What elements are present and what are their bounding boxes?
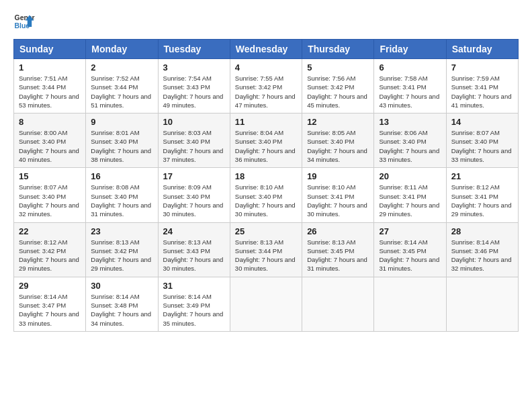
col-header-friday: Friday <box>374 40 446 59</box>
day-cell: 21 Sunrise: 8:12 AM Sunset: 3:41 PM Dayl… <box>446 168 518 222</box>
day-cell: 5 Sunrise: 7:56 AM Sunset: 3:42 PM Dayli… <box>302 59 374 113</box>
calendar-table: SundayMondayTuesdayWednesdayThursdayFrid… <box>13 39 519 332</box>
day-cell: 3 Sunrise: 7:54 AM Sunset: 3:43 PM Dayli… <box>158 59 230 113</box>
day-number: 5 <box>307 62 369 73</box>
day-cell <box>446 277 518 331</box>
day-cell <box>302 277 374 331</box>
day-info: Sunrise: 8:12 AM Sunset: 3:41 PM Dayligh… <box>451 183 513 218</box>
day-cell: 15 Sunrise: 8:07 AM Sunset: 3:40 PM Dayl… <box>14 168 86 222</box>
week-row-2: 8 Sunrise: 8:00 AM Sunset: 3:40 PM Dayli… <box>14 113 519 168</box>
day-number: 1 <box>19 62 81 73</box>
day-number: 21 <box>451 171 513 181</box>
day-info: Sunrise: 8:09 AM Sunset: 3:40 PM Dayligh… <box>163 183 225 218</box>
day-info: Sunrise: 7:59 AM Sunset: 3:41 PM Dayligh… <box>451 74 513 109</box>
day-cell: 27 Sunrise: 8:14 AM Sunset: 3:45 PM Dayl… <box>374 222 446 277</box>
day-number: 16 <box>91 171 152 181</box>
day-cell: 8 Sunrise: 8:00 AM Sunset: 3:40 PM Dayli… <box>14 113 86 168</box>
day-info: Sunrise: 8:14 AM Sunset: 3:46 PM Dayligh… <box>451 238 513 273</box>
day-number: 30 <box>91 281 152 291</box>
day-info: Sunrise: 7:52 AM Sunset: 3:44 PM Dayligh… <box>91 74 152 109</box>
day-cell: 24 Sunrise: 8:13 AM Sunset: 3:43 PM Dayl… <box>158 222 230 277</box>
day-cell: 16 Sunrise: 8:08 AM Sunset: 3:40 PM Dayl… <box>86 168 158 222</box>
day-cell: 28 Sunrise: 8:14 AM Sunset: 3:46 PM Dayl… <box>446 222 518 277</box>
col-header-thursday: Thursday <box>302 40 374 59</box>
day-number: 28 <box>451 226 513 236</box>
day-cell: 22 Sunrise: 8:12 AM Sunset: 3:42 PM Dayl… <box>14 222 86 277</box>
col-header-sunday: Sunday <box>14 40 86 59</box>
day-info: Sunrise: 7:56 AM Sunset: 3:42 PM Dayligh… <box>307 74 369 109</box>
day-info: Sunrise: 8:07 AM Sunset: 3:40 PM Dayligh… <box>19 183 81 218</box>
day-info: Sunrise: 7:55 AM Sunset: 3:42 PM Dayligh… <box>235 74 297 109</box>
day-info: Sunrise: 8:08 AM Sunset: 3:40 PM Dayligh… <box>91 183 152 218</box>
day-cell: 19 Sunrise: 8:10 AM Sunset: 3:41 PM Dayl… <box>302 168 374 222</box>
col-header-tuesday: Tuesday <box>158 40 230 59</box>
day-cell: 10 Sunrise: 8:03 AM Sunset: 3:40 PM Dayl… <box>158 113 230 168</box>
day-cell: 30 Sunrise: 8:14 AM Sunset: 3:48 PM Dayl… <box>86 277 158 331</box>
day-number: 11 <box>235 117 297 127</box>
day-info: Sunrise: 8:03 AM Sunset: 3:40 PM Dayligh… <box>163 128 225 164</box>
day-info: Sunrise: 8:07 AM Sunset: 3:40 PM Dayligh… <box>451 128 513 164</box>
page-header: General Blue <box>13 11 519 32</box>
day-info: Sunrise: 8:14 AM Sunset: 3:47 PM Dayligh… <box>19 292 81 328</box>
day-cell: 31 Sunrise: 8:14 AM Sunset: 3:49 PM Dayl… <box>158 277 230 331</box>
day-cell <box>230 277 302 331</box>
day-cell: 6 Sunrise: 7:58 AM Sunset: 3:41 PM Dayli… <box>374 59 446 113</box>
day-number: 18 <box>235 171 297 181</box>
day-cell: 1 Sunrise: 7:51 AM Sunset: 3:44 PM Dayli… <box>14 59 86 113</box>
day-info: Sunrise: 8:14 AM Sunset: 3:45 PM Dayligh… <box>379 238 441 273</box>
week-row-1: 1 Sunrise: 7:51 AM Sunset: 3:44 PM Dayli… <box>14 59 519 113</box>
day-cell: 11 Sunrise: 8:04 AM Sunset: 3:40 PM Dayl… <box>230 113 302 168</box>
day-number: 6 <box>379 62 441 73</box>
day-number: 27 <box>379 226 441 236</box>
day-cell: 20 Sunrise: 8:11 AM Sunset: 3:41 PM Dayl… <box>374 168 446 222</box>
day-info: Sunrise: 8:13 AM Sunset: 3:43 PM Dayligh… <box>163 238 225 273</box>
day-info: Sunrise: 8:11 AM Sunset: 3:41 PM Dayligh… <box>379 183 441 218</box>
day-cell: 25 Sunrise: 8:13 AM Sunset: 3:44 PM Dayl… <box>230 222 302 277</box>
day-info: Sunrise: 8:05 AM Sunset: 3:40 PM Dayligh… <box>307 128 369 164</box>
day-info: Sunrise: 8:00 AM Sunset: 3:40 PM Dayligh… <box>19 128 81 164</box>
day-info: Sunrise: 8:14 AM Sunset: 3:49 PM Dayligh… <box>163 292 225 328</box>
week-row-5: 29 Sunrise: 8:14 AM Sunset: 3:47 PM Dayl… <box>14 277 519 331</box>
day-cell <box>374 277 446 331</box>
day-info: Sunrise: 8:12 AM Sunset: 3:42 PM Dayligh… <box>19 238 81 273</box>
day-cell: 29 Sunrise: 8:14 AM Sunset: 3:47 PM Dayl… <box>14 277 86 331</box>
day-info: Sunrise: 8:13 AM Sunset: 3:45 PM Dayligh… <box>307 238 369 273</box>
day-info: Sunrise: 8:13 AM Sunset: 3:42 PM Dayligh… <box>91 238 152 273</box>
day-number: 17 <box>163 171 225 181</box>
day-number: 4 <box>235 62 297 73</box>
day-info: Sunrise: 8:14 AM Sunset: 3:48 PM Dayligh… <box>91 292 152 328</box>
day-number: 15 <box>19 171 81 181</box>
week-row-4: 22 Sunrise: 8:12 AM Sunset: 3:42 PM Dayl… <box>14 222 519 277</box>
day-info: Sunrise: 7:51 AM Sunset: 3:44 PM Dayligh… <box>19 74 81 109</box>
day-cell: 7 Sunrise: 7:59 AM Sunset: 3:41 PM Dayli… <box>446 59 518 113</box>
day-number: 24 <box>163 226 225 236</box>
day-number: 3 <box>163 62 225 73</box>
day-cell: 23 Sunrise: 8:13 AM Sunset: 3:42 PM Dayl… <box>86 222 158 277</box>
col-header-saturday: Saturday <box>446 40 518 59</box>
day-number: 12 <box>307 117 369 127</box>
day-number: 20 <box>379 171 441 181</box>
day-number: 25 <box>235 226 297 236</box>
day-number: 23 <box>91 226 152 236</box>
day-number: 2 <box>91 62 152 73</box>
day-info: Sunrise: 8:13 AM Sunset: 3:44 PM Dayligh… <box>235 238 297 273</box>
day-number: 14 <box>451 117 513 127</box>
day-number: 9 <box>91 117 152 127</box>
day-number: 13 <box>379 117 441 127</box>
calendar-header-row: SundayMondayTuesdayWednesdayThursdayFrid… <box>14 40 519 59</box>
week-row-3: 15 Sunrise: 8:07 AM Sunset: 3:40 PM Dayl… <box>14 168 519 222</box>
col-header-wednesday: Wednesday <box>230 40 302 59</box>
day-info: Sunrise: 8:06 AM Sunset: 3:40 PM Dayligh… <box>379 128 441 164</box>
logo-icon: General Blue <box>13 11 35 32</box>
day-number: 8 <box>19 117 81 127</box>
col-header-monday: Monday <box>86 40 158 59</box>
day-number: 26 <box>307 226 369 236</box>
day-number: 31 <box>163 281 225 291</box>
day-info: Sunrise: 8:10 AM Sunset: 3:41 PM Dayligh… <box>307 183 369 218</box>
day-info: Sunrise: 8:01 AM Sunset: 3:40 PM Dayligh… <box>91 128 152 164</box>
day-cell: 17 Sunrise: 8:09 AM Sunset: 3:40 PM Dayl… <box>158 168 230 222</box>
day-cell: 2 Sunrise: 7:52 AM Sunset: 3:44 PM Dayli… <box>86 59 158 113</box>
day-cell: 13 Sunrise: 8:06 AM Sunset: 3:40 PM Dayl… <box>374 113 446 168</box>
day-info: Sunrise: 7:54 AM Sunset: 3:43 PM Dayligh… <box>163 74 225 109</box>
day-number: 29 <box>19 281 81 291</box>
